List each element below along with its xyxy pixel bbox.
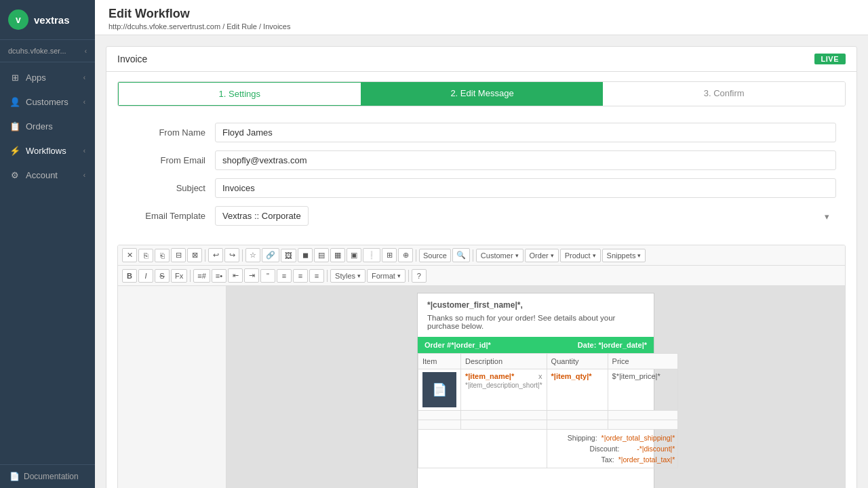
tb-redo[interactable]: ↪ [224, 248, 239, 262]
email-items-table: Item Description Quantity Price [418, 353, 678, 468]
item-desc-cell: *|item_name|* x *|item_description_short… [461, 369, 547, 411]
email-template-wrapper: Vextras :: Corporate Default Custom [215, 206, 836, 226]
tb-clear[interactable]: Fx [171, 269, 187, 283]
tb-image[interactable]: 🖼 [281, 249, 296, 262]
sidebar-item-orders[interactable]: 📋 Orders [0, 114, 95, 138]
server-selector[interactable]: dcuhs.vfoke.ser... ‹ [0, 40, 95, 62]
email-template-select[interactable]: Vextras :: Corporate Default Custom [215, 206, 309, 226]
card-title: Invoice [117, 54, 147, 64]
tb-cut[interactable]: ✕ [122, 248, 137, 262]
email-totals: Shipping: *|order_total_shipping|* Disco… [547, 430, 678, 468]
card-header: Invoice LIVE [106, 47, 856, 72]
apps-icon: ⊞ [9, 72, 20, 83]
sidebar-item-apps[interactable]: ⊞ Apps ‹ [0, 65, 95, 89]
discount-value: -*|discount|* [623, 445, 677, 453]
tb-excl[interactable]: ❕ [363, 248, 380, 262]
tb-align-r[interactable]: ▦ [330, 248, 345, 262]
tb-product-dropdown[interactable]: Product [560, 249, 601, 262]
tb-align-j[interactable]: ▣ [347, 248, 361, 262]
logo-area[interactable]: v vextras [0, 0, 95, 40]
shipping-value: *|order_total_shipping|* [601, 434, 678, 442]
sidebar-label-workflows: Workflows [26, 146, 66, 156]
email-thanks: Thanks so much for your order! See detai… [418, 312, 654, 337]
tb-align-c[interactable]: ▤ [314, 248, 329, 262]
tb-delete[interactable]: ⊟ [171, 248, 186, 262]
tb-source[interactable]: Source [419, 249, 451, 262]
item-qty-cell: *|item_qty|* [547, 369, 608, 411]
tb-star[interactable]: ☆ [245, 248, 260, 262]
tax-row: Tax: *|order_total_tax|* [547, 454, 678, 465]
main-content: Edit Workflow http://dcuhs.vfoke.servert… [95, 0, 868, 488]
item-image-icon: 📄 [432, 382, 447, 397]
step-confirm[interactable]: 3. Confirm [603, 82, 845, 106]
tb-bold[interactable]: B [122, 269, 137, 283]
email-template-label: Email Template [127, 211, 215, 221]
tb-help[interactable]: ? [412, 269, 427, 283]
empty-row-2 [418, 420, 678, 430]
tb-outdent[interactable]: ⇤ [228, 268, 243, 283]
subject-row: Subject [127, 178, 836, 198]
empty-row-1 [418, 411, 678, 420]
tb-undo[interactable]: ↩ [208, 248, 223, 262]
tb-quote[interactable]: " [260, 269, 275, 283]
item-name: *|item_name|* [465, 372, 514, 380]
page-title: Edit Workflow [108, 7, 854, 21]
tb-align-l[interactable]: ◼ [298, 248, 313, 262]
tb-sep7 [408, 270, 409, 282]
tb-inspect[interactable]: 🔍 [452, 248, 470, 262]
tb-copy[interactable]: ⎘ [138, 249, 153, 262]
discount-row: Discount: -*|discount|* [547, 443, 678, 454]
page-content: Invoice LIVE 1. Settings 2. Edit Message… [95, 35, 868, 488]
tb-order-dropdown[interactable]: Order [525, 249, 559, 262]
item-close: x [538, 372, 542, 380]
tb-align-left[interactable]: ≡ [277, 269, 292, 283]
totals-row: Shipping: *|order_total_shipping|* Disco… [418, 430, 678, 468]
docs-label: Documentation [24, 472, 79, 481]
col-price: Price [608, 354, 678, 369]
editor-canvas[interactable]: *|customer_first_name|*, Thanks so much … [226, 286, 845, 488]
page-header: Edit Workflow http://dcuhs.vfoke.servert… [95, 0, 868, 35]
tb-sep1 [205, 249, 205, 262]
tb-ul[interactable]: ≡• [212, 269, 226, 283]
from-email-input[interactable] [215, 150, 836, 170]
email-greeting: *|customer_first_name|*, [418, 293, 654, 312]
main-nav: ⊞ Apps ‹ 👤 Customers ‹ 📋 Orders ⚡ Workfl… [0, 62, 95, 464]
tb-table[interactable]: ⊞ [382, 248, 397, 262]
tb-sep4 [473, 249, 473, 262]
editor-toolbar-top: ✕ ⎘ ⎗ ⊟ ⊠ ↩ ↪ ☆ 🔗 🖼 ◼ ▤ ▦ ▣ ❕ [118, 245, 845, 266]
tb-styles[interactable]: Styles [330, 269, 366, 283]
step-settings[interactable]: 1. Settings [118, 82, 361, 106]
step-edit-message[interactable]: 2. Edit Message [361, 82, 604, 106]
item-description: *|item_description_short|* [465, 382, 542, 389]
from-name-input[interactable] [215, 123, 836, 142]
order-date-field: Date: *|order_date|* [578, 341, 647, 349]
tb-strike[interactable]: S [155, 269, 170, 283]
tb-customer-dropdown[interactable]: Customer [476, 249, 524, 262]
tb-align-mid[interactable]: ≡ [293, 269, 308, 283]
orders-icon: 📋 [9, 121, 20, 131]
sidebar-item-customers[interactable]: 👤 Customers ‹ [0, 89, 95, 114]
tb-indent[interactable]: ⇥ [244, 268, 259, 283]
subject-input[interactable] [215, 178, 836, 198]
tb-select[interactable]: ⊠ [187, 248, 202, 262]
tb-snippets-dropdown[interactable]: Snippets [602, 249, 646, 262]
tb-link[interactable]: 🔗 [262, 248, 279, 262]
tb-plus[interactable]: ⊕ [398, 248, 413, 262]
tb-format[interactable]: Format [367, 269, 406, 283]
col-item: Item [418, 354, 461, 369]
sidebar-label-customers: Customers [26, 97, 68, 107]
tb-align-right[interactable]: ≡ [309, 269, 324, 283]
workflows-chevron: ‹ [83, 147, 85, 155]
item-qty: *|item_qty|* [551, 372, 592, 380]
tax-label: Tax: [564, 455, 618, 464]
col-quantity: Quantity [547, 354, 608, 369]
tb-ol[interactable]: ≡# [193, 269, 210, 283]
sidebar-item-account[interactable]: ⚙ Account ‹ [0, 163, 95, 187]
tb-sep3 [416, 249, 416, 262]
tb-italic[interactable]: I [138, 269, 153, 283]
tb-paste[interactable]: ⎗ [155, 249, 170, 262]
from-name-label: From Name [127, 127, 215, 138]
item-price: $*|item_price|* [612, 372, 660, 380]
documentation-link[interactable]: 📄 Documentation [0, 464, 95, 488]
sidebar-item-workflows[interactable]: ⚡ Workflows ‹ [0, 138, 95, 163]
